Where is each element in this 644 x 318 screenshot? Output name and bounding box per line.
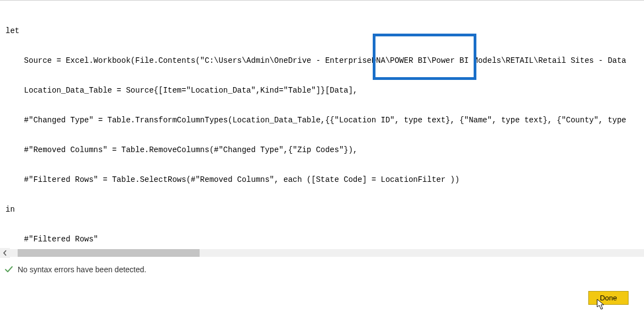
chevron-left-icon (2, 250, 8, 256)
code-line: Location_Data_Table = Source{[Item="Loca… (6, 85, 638, 95)
check-icon (3, 264, 14, 275)
code-line: #"Removed Columns" = Table.RemoveColumns… (6, 145, 638, 155)
status-message: No syntax errors have been detected. (18, 265, 146, 274)
done-button-label: Done (600, 294, 617, 302)
code-line: #"Filtered Rows" = Table.SelectRows(#"Re… (6, 175, 638, 185)
scroll-track[interactable] (10, 249, 644, 257)
footer: Done (0, 285, 644, 318)
code-line: in (6, 204, 638, 214)
code-editor[interactable]: let Source = Excel.Workbook(File.Content… (0, 1, 644, 245)
horizontal-scrollbar[interactable] (0, 248, 644, 258)
code-line: let (6, 26, 638, 36)
code-line: #"Filtered Rows" (6, 234, 638, 244)
scroll-left-button[interactable] (0, 248, 10, 258)
scroll-thumb[interactable] (18, 249, 200, 257)
done-button[interactable]: Done (588, 291, 629, 305)
code-line: Source = Excel.Workbook(File.Contents("C… (6, 56, 638, 66)
code-line: #"Changed Type" = Table.TransformColumnT… (6, 115, 638, 125)
status-bar: No syntax errors have been detected. (0, 261, 644, 278)
